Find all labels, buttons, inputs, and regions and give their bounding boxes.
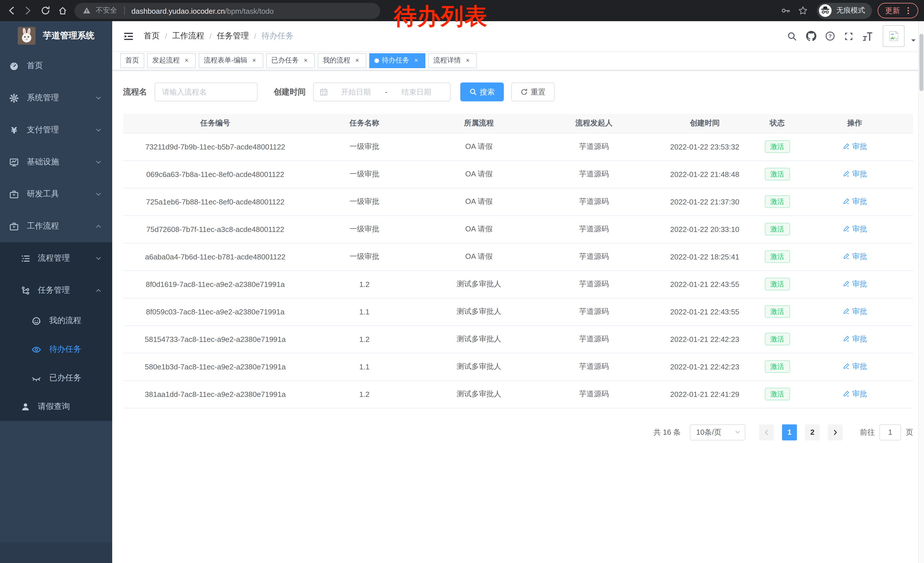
tab-home[interactable]: 首页 [120,53,144,68]
page-content: 流程名 创建时间 开始日期 - 结束日期 搜索 [112,71,924,563]
page-button-1[interactable]: 1 [782,424,797,440]
table-row: 58154733-7ac8-11ec-a9e2-a2380e71991a1.2测… [123,325,913,353]
process-name-input[interactable] [154,83,258,101]
approve-link[interactable]: 审批 [842,334,867,344]
approve-link[interactable]: 审批 [842,389,867,399]
cell-created: 2022-01-21 22:42:23 [651,353,758,380]
tab-close-icon[interactable]: × [302,56,310,65]
sidebar-item-label: 支付管理 [27,125,59,135]
browser-menu-dots-icon[interactable] [904,6,912,15]
cell-task-name: 一级审批 [308,215,422,243]
bookmark-star-icon[interactable] [794,2,811,19]
password-key-icon[interactable] [777,2,794,19]
browser-back-button[interactable] [2,2,20,19]
sidebar-item-workflow[interactable]: 工作流程 [0,210,112,242]
sidebar-collapse-icon[interactable] [121,29,136,44]
help-icon[interactable]: ? [820,27,839,45]
breadcrumb-workflow[interactable]: 工作流程 [172,31,204,41]
approve-link[interactable]: 审批 [842,306,867,317]
status-badge: 激活 [765,278,790,290]
header-search-icon[interactable] [783,27,801,45]
github-icon[interactable] [801,27,820,45]
scrollbar-thumb[interactable] [920,34,923,91]
sidebar-item-infrastructure[interactable]: 基础设施 [0,146,112,178]
date-range-picker[interactable]: 开始日期 - 结束日期 [313,83,450,101]
tab-my-process[interactable]: 我的流程× [318,53,366,68]
browser-update-button[interactable]: 更新 [878,3,918,18]
search-button[interactable]: 搜索 [460,83,504,101]
cell-created: 2022-01-21 22:43:55 [651,270,758,298]
approve-link[interactable]: 审批 [842,224,867,234]
column-header: 状态 [758,114,796,133]
tab-close-icon[interactable]: × [183,56,190,65]
browser-forward-button[interactable] [20,2,37,19]
tab-close-icon[interactable]: × [353,56,361,65]
edit-pen-icon [842,390,850,398]
tab-process-form-edit[interactable]: 流程表单-编辑× [199,53,263,68]
fullscreen-icon[interactable] [839,27,858,45]
cell-action: 审批 [796,243,913,270]
tab-done-tasks[interactable]: 已办任务× [266,53,315,68]
page-size-select[interactable]: 10条/页 [690,424,746,440]
cell-status: 激活 [758,353,796,380]
select-caret-icon [735,429,741,435]
approve-link[interactable]: 审批 [842,251,867,262]
approve-link[interactable]: 审批 [842,197,867,207]
sidebar-item-home[interactable]: 首页 [0,50,112,82]
approve-link[interactable]: 审批 [842,169,867,179]
sidebar-item-process-management[interactable]: 流程管理 [0,242,112,274]
cell-task-name: 一级审批 [308,161,422,188]
approve-link[interactable]: 审批 [842,279,867,289]
browser-home-button[interactable] [54,2,71,19]
approve-link[interactable]: 审批 [842,362,867,372]
goto-page-input[interactable] [879,424,901,440]
tab-process-detail[interactable]: 流程详情× [428,53,477,68]
tab-close-icon[interactable]: × [412,56,420,65]
breadcrumb-home[interactable]: 首页 [144,31,160,41]
sidebar-item-task-management[interactable]: 任务管理 [0,274,112,306]
browser-reload-button[interactable] [37,2,54,19]
sidebar-item-todo-tasks[interactable]: 待办任务 [0,335,112,364]
sidebar: 芋道管理系统 首页系统管理¥支付管理基础设施研发工具工作流程流程管理任务管理我的… [0,21,112,563]
tab-label: 首页 [125,56,139,65]
sidebar-item-leave-query[interactable]: 请假查询 [0,392,112,421]
column-header: 流程发起人 [536,114,651,133]
prev-page-button[interactable] [759,424,774,440]
sidebar-item-dev-tools[interactable]: 研发工具 [0,178,112,210]
user-menu-caret-icon[interactable] [908,37,918,43]
sidebar-item-label: 研发工具 [27,189,59,199]
reset-button[interactable]: 重置 [511,83,555,101]
cell-task-id: 725a1eb6-7b88-11ec-8ef0-acde48001122 [123,188,308,215]
sidebar-item-label: 我的流程 [49,315,81,326]
next-page-button[interactable] [828,424,843,440]
sidebar-item-system-management[interactable]: 系统管理 [0,82,112,114]
breadcrumb-task-management[interactable]: 任务管理 [217,31,249,41]
tab-todo-tasks[interactable]: 待办任务× [369,53,425,68]
font-size-icon[interactable] [858,27,877,45]
breadcrumb-current: 待办任务 [261,31,293,41]
sidebar-item-payment-management[interactable]: ¥支付管理 [0,114,112,146]
sidebar-menu: 首页系统管理¥支付管理基础设施研发工具工作流程流程管理任务管理我的流程待办任务已… [0,50,112,421]
tab-close-icon[interactable]: × [250,56,258,65]
filter-form: 流程名 创建时间 开始日期 - 结束日期 搜索 [123,83,913,101]
page-button-2[interactable]: 2 [805,424,820,440]
user-avatar[interactable] [883,25,904,47]
table-row: 725a1eb6-7b88-11ec-8ef0-acde48001122一级审批… [123,188,913,215]
cell-created: 2022-01-22 23:53:32 [651,133,758,161]
tab-label: 流程详情 [434,56,461,65]
start-date-placeholder[interactable]: 开始日期 [328,87,384,97]
security-warning-icon[interactable] [82,6,91,15]
sidebar-item-done-tasks[interactable]: 已办任务 [0,364,112,392]
svg-text:¥: ¥ [11,125,17,135]
tab-close-icon[interactable]: × [464,56,472,65]
address-bar[interactable]: 不安全 dashboard.yudao.iocoder.cn/bpm/task/… [74,3,380,19]
approve-link[interactable]: 审批 [842,141,867,152]
cell-status: 激活 [758,325,796,353]
cell-action: 审批 [796,325,913,353]
end-date-placeholder[interactable]: 结束日期 [388,87,444,97]
app-logo[interactable]: 芋道管理系统 [0,21,112,50]
task-table: 任务编号任务名称所属流程流程发起人创建时间状态操作 73211d9d-7b9b-… [123,114,913,408]
cell-task-name: 1.1 [308,298,422,325]
sidebar-item-my-process[interactable]: 我的流程 [0,306,112,335]
tab-start-process[interactable]: 发起流程× [147,53,196,68]
